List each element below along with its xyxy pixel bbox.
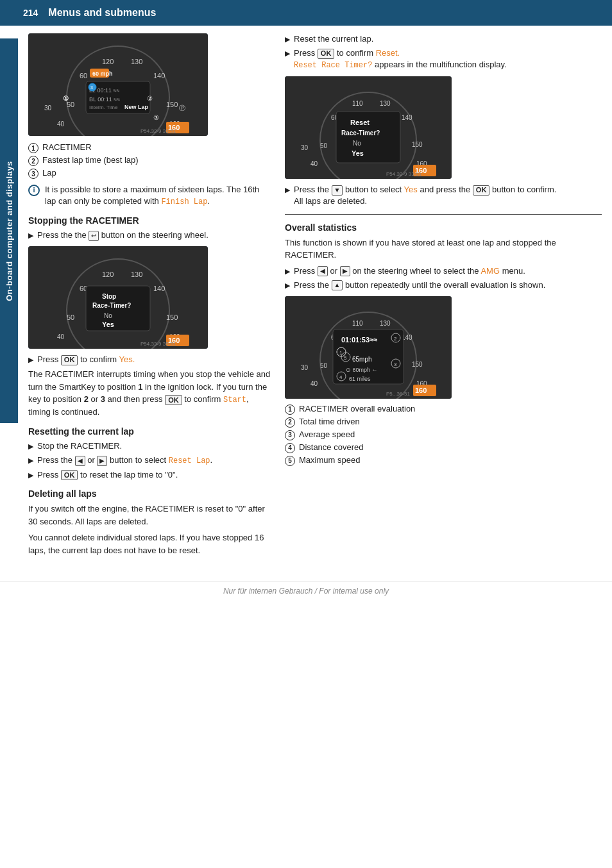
list-item: 3 Lap [28, 168, 272, 179]
yes-highlight: Yes. [119, 355, 135, 364]
item-1-label: RACETIMER [42, 142, 92, 152]
dashboard-image-2: 50 60 120 130 140 150 40 160 Stop Race-T… [28, 246, 208, 349]
svg-text:150: 150 [412, 141, 423, 148]
arrow-icon-5: ▶ [28, 471, 33, 480]
press-ok-bullet: ▶ Press OK to confirm Yes. [28, 354, 272, 365]
svg-text:60: 60 [80, 72, 87, 79]
svg-text:30: 30 [44, 104, 52, 112]
svg-text:120: 120 [102, 58, 114, 65]
svg-text:No: No [104, 312, 112, 319]
list-item: 1 RACETIMER [28, 142, 272, 153]
stopping-bullet: ▶ Press the the ↩ button on the steering… [28, 230, 272, 241]
main-content: 50 60 120 130 140 150 40 160 30 Ⓟ L2 00:… [18, 26, 612, 568]
side-tab-label: On-board computer and displays [4, 161, 14, 301]
num-o2: 2 [285, 417, 295, 428]
right-reset-bullet-2: ▶ Press OK to confirm Reset. Reset Race … [285, 47, 602, 71]
svg-text:01:01:53≈≈: 01:01:53≈≈ [341, 336, 377, 344]
overall-bullet-2: ▶ Press the ▲ button repeatedly until th… [285, 280, 602, 291]
svg-text:110: 110 [352, 320, 363, 327]
deleting-heading: Deleting all laps [28, 488, 272, 499]
item-o1-label: RACETIMER overall evaluation [299, 404, 415, 413]
num-3: 3 [28, 169, 38, 179]
ok-key-inline: OK [165, 395, 182, 405]
svg-text:Ⓟ: Ⓟ [179, 104, 185, 112]
right-reset-bullet-1: ▶ Reset the current lap. [285, 33, 602, 45]
svg-text:40: 40 [310, 380, 318, 387]
stopping-heading: Stopping the RACETIMER [28, 215, 272, 226]
arrow-icon-2: ▶ [28, 355, 33, 365]
right-arrow-icon-2: ▶ [340, 266, 350, 276]
num-1: 1 [28, 143, 38, 153]
svg-text:P5...36-51: P5...36-51 [386, 391, 410, 397]
svg-text:30: 30 [301, 364, 309, 371]
arrow-icon-r5: ▶ [285, 281, 290, 290]
amg-highlight: AMG [480, 266, 500, 276]
item-o2-label: Total time driven [299, 417, 360, 426]
svg-text:160: 160 [415, 387, 427, 394]
arrow-icon-3: ▶ [28, 442, 33, 451]
list-item: 1 RACETIMER overall evaluation [285, 404, 602, 415]
list-item: 2 Total time driven [285, 417, 602, 428]
svg-text:130: 130 [131, 58, 142, 65]
svg-text:130: 130 [380, 320, 391, 327]
reset-highlight: Reset. [376, 48, 400, 58]
svg-text:①: ① [63, 95, 69, 102]
svg-text:New Lap: New Lap [124, 104, 149, 110]
svg-text:Reset: Reset [350, 119, 370, 126]
svg-text:②: ② [147, 95, 153, 102]
list-item: 5 Maximum speed [285, 455, 602, 466]
dashboard-image-3: 50 60 110 130 140 150 40 160 30 Reset Ra… [285, 76, 452, 179]
svg-text:3: 3 [394, 362, 397, 367]
reset-bullet-3: ▶ Press OK to reset the lap time to "0". [28, 469, 272, 481]
svg-text:40: 40 [57, 333, 65, 340]
svg-text:P54.33-9 35-51: P54.33-9 35-51 [140, 341, 176, 347]
svg-text:P54.32-9 33-51: P54.32-9 33-51 [386, 171, 422, 177]
svg-text:140: 140 [402, 114, 412, 121]
svg-text:50: 50 [320, 362, 328, 369]
svg-text:50: 50 [320, 142, 328, 149]
info-box: i It is possible to store a maximum of s… [28, 184, 272, 208]
svg-text:5: 5 [344, 355, 347, 361]
overall-bullet-1: ▶ Press ◀ or ▶ on the steering wheel to … [285, 265, 602, 277]
svg-text:Stop: Stop [102, 293, 116, 300]
svg-text:150: 150 [166, 313, 178, 321]
ok-key: OK [61, 355, 78, 365]
reset-bullet-1: ▶ Stop the RACETIMER. [28, 440, 272, 452]
side-tab: On-board computer and displays [0, 38, 18, 423]
yes-highlight-2: Yes [404, 185, 418, 194]
svg-text:3: 3 [90, 85, 93, 90]
list-item: 2 Fastest lap time (best lap) [28, 155, 272, 166]
item-3-label: Lap [42, 168, 56, 178]
reset-bullet-1-text: Stop the RACETIMER. [37, 440, 122, 452]
num-o3: 3 [285, 430, 295, 440]
press-down-bullet: ▶ Press the ▼ button to select Yes and p… [285, 184, 602, 207]
page-footer: Nur für internen Gebrauch / For internal… [0, 581, 612, 601]
svg-text:⊙ 60mph ←: ⊙ 60mph ← [346, 367, 378, 373]
left-arrow-icon-2: ◀ [318, 266, 328, 276]
arrow-icon: ▶ [28, 231, 33, 240]
page-header: 214 Menus and submenus [0, 0, 612, 26]
deleting-p2: You cannot delete individual stored laps… [28, 531, 272, 556]
page-number: 214 [23, 8, 38, 18]
right-reset-text: Reset the current lap. [294, 33, 373, 45]
svg-text:Yes: Yes [102, 321, 114, 328]
footer-text: Nur für internen Gebrauch / For internal… [223, 587, 389, 596]
numbered-items-1: 1 RACETIMER 2 Fastest lap time (best lap… [28, 142, 272, 179]
ok-key-r: OK [318, 49, 335, 59]
ok-key-2: OK [61, 470, 78, 480]
svg-text:40: 40 [57, 121, 65, 128]
svg-text:50: 50 [67, 313, 74, 321]
down-arrow-icon: ▼ [332, 185, 343, 196]
svg-text:Interm. Time: Interm. Time [89, 104, 118, 110]
svg-text:2: 2 [394, 336, 397, 342]
overall-heading: Overall statistics [285, 222, 602, 233]
dashboard-image-4: 50 60 110 130 140 150 40 160 30 01:01:53… [285, 296, 452, 399]
arrow-icon-4: ▶ [28, 456, 33, 465]
resetting-heading: Resetting the current lap [28, 426, 272, 437]
item-o3-label: Average speed [299, 430, 355, 439]
svg-text:110: 110 [352, 100, 363, 107]
svg-text:130: 130 [131, 271, 142, 278]
arrow-icon-r4: ▶ [285, 267, 290, 276]
svg-text:40: 40 [310, 160, 318, 167]
svg-text:150: 150 [412, 361, 423, 368]
